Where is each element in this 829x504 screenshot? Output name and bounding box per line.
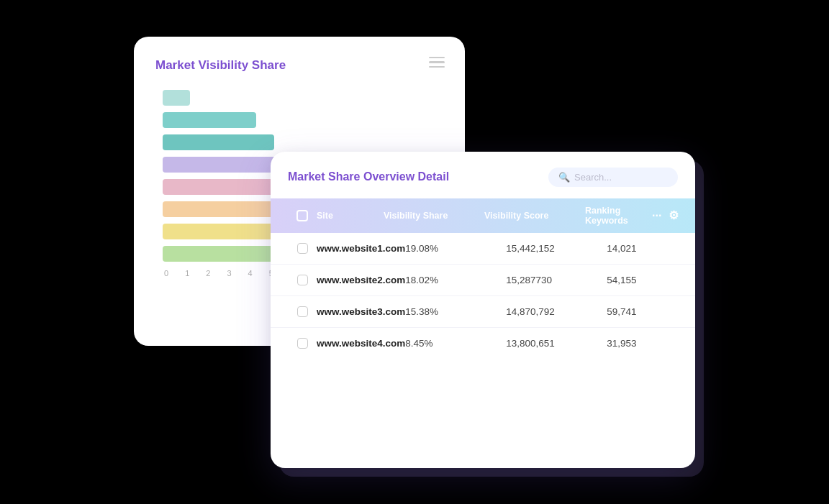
table-header: Site Visibility Share Visibility Score R… bbox=[271, 198, 695, 233]
table-row: www.website2.com 18.02% 15,287730 54,155 bbox=[271, 265, 695, 296]
row-site-1: www.website2.com bbox=[317, 275, 405, 285]
header-ranking-keywords: Ranking Keywords bbox=[585, 206, 652, 226]
row-rank-kw-3: 31,953 bbox=[607, 338, 678, 349]
row-checkbox-cell[interactable] bbox=[288, 338, 317, 349]
row-checkbox-cell[interactable] bbox=[288, 243, 317, 254]
table-row: www.website4.com 8.45% 13,800,651 31,953 bbox=[271, 328, 695, 359]
row-vis-score-1: 15,287730 bbox=[506, 275, 607, 285]
row-checkbox-cell[interactable] bbox=[288, 275, 317, 285]
row-site-3: www.website4.com bbox=[317, 338, 405, 349]
search-box[interactable]: 🔍 Search... bbox=[548, 168, 678, 187]
bar-3 bbox=[163, 134, 274, 150]
header-site: Site bbox=[317, 211, 384, 221]
search-placeholder: Search... bbox=[574, 172, 612, 183]
axis-2: 2 bbox=[206, 269, 210, 278]
row-vis-score-3: 13,800,651 bbox=[506, 338, 607, 349]
row-vis-score-0: 15,442,152 bbox=[506, 243, 607, 254]
row-checkbox-0[interactable] bbox=[297, 243, 308, 254]
bar-1 bbox=[163, 90, 190, 106]
row-vis-score-2: 14,870,792 bbox=[506, 306, 607, 317]
table-row: www.website1.com 19.08% 15,442,152 14,02… bbox=[271, 233, 695, 265]
row-site-0: www.website1.com bbox=[317, 243, 405, 254]
header-actions: ··· ⚙ bbox=[652, 209, 678, 222]
row-vis-share-1: 18.02% bbox=[405, 275, 506, 285]
bar-4 bbox=[163, 157, 289, 173]
row-rank-kw-1: 54,155 bbox=[607, 275, 678, 285]
select-all-checkbox[interactable] bbox=[296, 210, 308, 221]
table-body: www.website1.com 19.08% 15,442,152 14,02… bbox=[271, 233, 695, 359]
row-checkbox-3[interactable] bbox=[297, 338, 308, 349]
axis-0: 0 bbox=[164, 269, 168, 278]
row-vis-share-0: 19.08% bbox=[405, 243, 506, 254]
row-rank-kw-2: 59,741 bbox=[607, 306, 678, 317]
header-checkbox-cell[interactable] bbox=[288, 210, 317, 221]
more-options-icon[interactable]: ··· bbox=[652, 209, 661, 222]
table-row: www.website3.com 15.38% 14,870,792 59,74… bbox=[271, 296, 695, 328]
front-card-title: Market Share Overview Detail bbox=[288, 170, 449, 183]
settings-icon[interactable]: ⚙ bbox=[669, 209, 679, 222]
row-rank-kw-0: 14,021 bbox=[607, 243, 678, 254]
search-icon: 🔍 bbox=[558, 172, 570, 183]
bar-row bbox=[163, 90, 443, 106]
bar-row bbox=[163, 134, 443, 150]
row-checkbox-cell[interactable] bbox=[288, 306, 317, 317]
row-site-2: www.website3.com bbox=[317, 306, 405, 317]
header-visibility-share: Visibility Share bbox=[384, 211, 484, 221]
menu-icon[interactable] bbox=[429, 57, 445, 68]
row-checkbox-2[interactable] bbox=[297, 306, 308, 317]
axis-4: 4 bbox=[248, 269, 253, 278]
row-checkbox-1[interactable] bbox=[297, 275, 308, 285]
bar-2 bbox=[163, 112, 256, 128]
row-vis-share-3: 8.45% bbox=[405, 338, 506, 349]
back-card-title: Market Visibility Share bbox=[155, 58, 443, 73]
header-visibility-score: Visibility Score bbox=[484, 211, 585, 221]
bar-row bbox=[163, 112, 443, 128]
card-header: Market Share Overview Detail 🔍 Search... bbox=[271, 152, 695, 198]
axis-3: 3 bbox=[227, 269, 231, 278]
axis-1: 1 bbox=[185, 269, 189, 278]
market-share-detail-card: Market Share Overview Detail 🔍 Search...… bbox=[271, 152, 695, 468]
row-vis-share-2: 15.38% bbox=[405, 306, 506, 317]
